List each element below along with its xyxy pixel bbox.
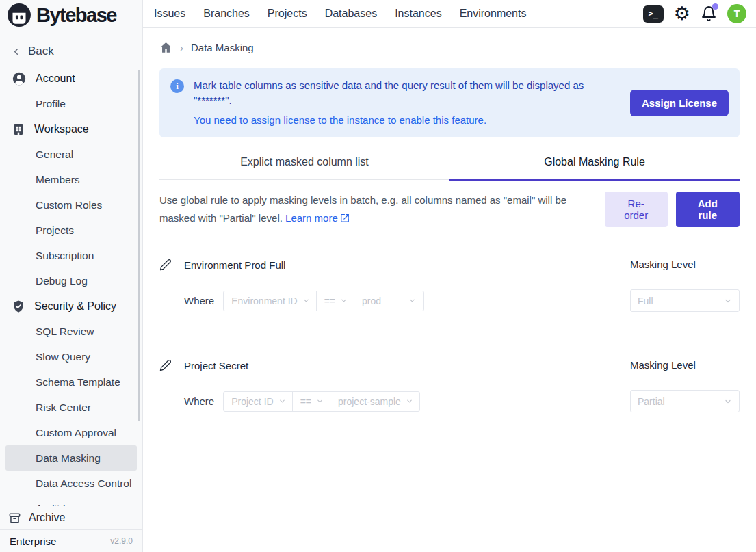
sidebar-footer: Enterprise v2.9.0 — [0, 529, 142, 552]
rule-row: Project Secret Masking Level — [159, 359, 740, 371]
notification-dot — [712, 3, 718, 10]
chevron-left-icon — [11, 47, 21, 57]
masking-level-select[interactable]: Full — [630, 289, 740, 312]
rules-description-text: Use global rule to apply masking levels … — [159, 194, 566, 224]
sidebar-item-projects[interactable]: Projects — [0, 218, 142, 243]
rule-title: Project Secret — [184, 360, 248, 371]
sidebar-item-schema-template[interactable]: Schema Template — [0, 369, 142, 395]
rule-title: Environment Prod Full — [184, 259, 285, 271]
nav-instances[interactable]: Instances — [395, 8, 441, 20]
chevron-down-icon — [340, 297, 348, 304]
masking-level-label: Masking Level — [630, 259, 696, 270]
top-nav: Issues Branches Projects Databases Insta… — [148, 8, 526, 20]
sidebar-section-security: Security & Policy — [0, 293, 142, 319]
rules-buttons: Re-order Add rule — [605, 192, 740, 227]
banner-line2: You need to assign license to the instan… — [194, 113, 616, 128]
sidebar-item-debug-log[interactable]: Debug Log — [0, 268, 142, 293]
home-icon[interactable] — [159, 41, 172, 54]
condition-operator-select[interactable]: == — [292, 391, 330, 412]
sidebar-item-subscription[interactable]: Subscription — [0, 243, 142, 268]
header-actions: >_ ⚙ T — [643, 4, 746, 23]
nav-projects[interactable]: Projects — [268, 8, 307, 20]
masking-level-label: Masking Level — [630, 359, 696, 371]
sidebar-scroll-area: Back Account Profile — [0, 30, 142, 506]
rule-divider — [159, 339, 740, 339]
sidebar-item-sql-review[interactable]: SQL Review — [0, 319, 142, 344]
sidebar-section-workspace: Workspace — [0, 116, 142, 142]
condition-field-select[interactable]: Environment ID — [223, 291, 316, 311]
condition-field-select[interactable]: Project ID — [223, 391, 292, 412]
sidebar-item-members[interactable]: Members — [0, 167, 142, 192]
sidebar-item-audit-log[interactable]: Audit Log — [0, 496, 142, 506]
breadcrumb-separator: › — [180, 42, 183, 53]
nav-environments[interactable]: Environments — [460, 8, 527, 20]
brand-name: Bytebase — [36, 4, 116, 27]
sql-editor-icon[interactable]: >_ — [643, 5, 664, 23]
rules-header: Use global rule to apply masking levels … — [159, 192, 740, 227]
section-label: Workspace — [34, 123, 89, 135]
chevron-down-icon — [408, 297, 416, 304]
where-label: Where — [184, 295, 214, 306]
archive-icon — [8, 512, 21, 525]
chevron-down-icon — [406, 397, 413, 405]
condition-value-select[interactable]: project-sample — [330, 391, 420, 412]
rule-condition-row: Where Project ID == project-sample — [159, 390, 740, 412]
sidebar-item-general[interactable]: General — [0, 142, 142, 167]
add-rule-button[interactable]: Add rule — [676, 192, 740, 227]
sidebar-item-archive[interactable]: Archive — [0, 506, 142, 529]
nav-branches[interactable]: Branches — [203, 8, 250, 20]
license-info-banner: i Mark table columns as sensitive data a… — [159, 68, 740, 137]
plan-label: Enterprise — [10, 536, 56, 547]
back-button[interactable]: Back — [0, 37, 142, 66]
nav-issues[interactable]: Issues — [154, 8, 185, 20]
info-icon: i — [170, 79, 184, 93]
sidebar-item-custom-approval[interactable]: Custom Approval — [0, 420, 142, 445]
rules-description: Use global rule to apply masking levels … — [159, 192, 605, 227]
chevron-down-icon — [302, 297, 310, 304]
tab-global-masking-rule[interactable]: Global Masking Rule — [449, 156, 740, 181]
masking-level-select[interactable]: Partial — [630, 390, 740, 412]
sidebar-item-profile[interactable]: Profile — [0, 91, 142, 116]
section-label: Account — [36, 73, 75, 85]
chevron-down-icon — [278, 397, 286, 405]
sidebar-item-custom-roles[interactable]: Custom Roles — [0, 192, 142, 218]
section-label: Security & Policy — [34, 300, 116, 313]
tab-explicit-masked-column-list[interactable]: Explict masked column list — [159, 156, 449, 181]
rule-condition-row: Where Environment ID == prod — [159, 289, 740, 312]
brand-logo[interactable]: Bytebase — [0, 0, 142, 30]
banner-line1: Mark table columns as sensitive data and… — [194, 78, 616, 108]
top-header: Issues Branches Projects Databases Insta… — [143, 0, 756, 28]
condition-expression: Project ID == project-sample — [223, 391, 420, 412]
external-link-icon — [340, 213, 350, 223]
sidebar-scrollbar[interactable] — [138, 70, 140, 421]
nav-databases[interactable]: Databases — [325, 8, 378, 20]
building-icon — [12, 122, 25, 136]
back-label: Back — [28, 44, 54, 58]
bytebase-logo-icon — [7, 3, 31, 27]
main-area: Issues Branches Projects Databases Insta… — [143, 0, 756, 552]
assign-license-button[interactable]: Assign License — [630, 90, 729, 116]
learn-more-link[interactable]: Learn more — [285, 209, 350, 227]
gear-icon[interactable]: ⚙ — [674, 5, 690, 23]
where-label: Where — [184, 395, 214, 407]
archive-label: Archive — [29, 512, 65, 524]
condition-operator-select[interactable]: == — [316, 291, 354, 311]
breadcrumb-current: Data Masking — [191, 42, 254, 53]
notifications-button[interactable] — [701, 5, 717, 22]
masking-tabs: Explict masked column list Global Maskin… — [159, 156, 740, 180]
reorder-button[interactable]: Re-order — [605, 192, 668, 227]
settings-sidebar: Bytebase Back Account Profile — [0, 0, 143, 552]
sidebar-item-slow-query[interactable]: Slow Query — [0, 344, 142, 369]
condition-value-select[interactable]: prod — [354, 291, 424, 311]
chevron-down-icon — [724, 397, 732, 406]
sidebar-item-data-masking[interactable]: Data Masking — [5, 445, 137, 471]
user-icon — [12, 71, 27, 86]
sidebar-item-risk-center[interactable]: Risk Center — [0, 395, 142, 420]
edit-pencil-icon[interactable] — [159, 259, 172, 271]
avatar[interactable]: T — [727, 4, 746, 23]
breadcrumb: › Data Masking — [159, 41, 740, 54]
page-content: › Data Masking i Mark table columns as s… — [143, 28, 756, 552]
condition-expression: Environment ID == prod — [223, 291, 424, 311]
sidebar-item-data-access-control[interactable]: Data Access Control — [0, 471, 142, 496]
edit-pencil-icon[interactable] — [159, 359, 172, 371]
